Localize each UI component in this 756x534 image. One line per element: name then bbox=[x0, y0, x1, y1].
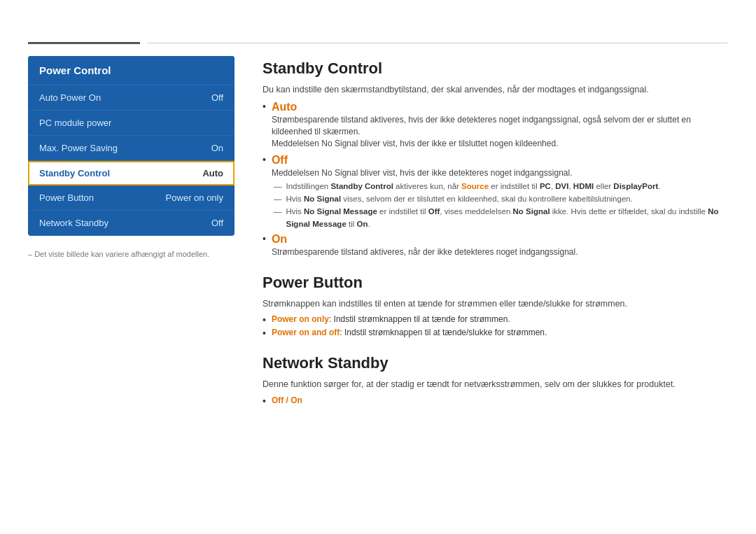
network-standby-title: Network Standby bbox=[262, 354, 728, 372]
right-content: Standby Control Du kan indstille den skæ… bbox=[262, 56, 728, 506]
bullet-off-content: Off Meddelelsen No Signal bliver vist, h… bbox=[272, 154, 728, 179]
bullet-text: Power on only: Indstil strømknappen til … bbox=[272, 314, 510, 324]
menu-item-pc-module[interactable]: PC module power bbox=[28, 111, 234, 136]
bullet-on: • On Strømbesparende tilstand aktiveres,… bbox=[262, 233, 728, 258]
power-on-and-off-label: Power on and off bbox=[272, 328, 340, 337]
menu-value: On bbox=[211, 143, 223, 153]
left-panel: Power Control Auto Power On Off PC modul… bbox=[28, 56, 234, 506]
bullet-off: • Off Meddelelsen No Signal bliver vist,… bbox=[262, 154, 728, 179]
divider-right bbox=[147, 43, 728, 43]
sub-line-2: Hvis No Signal vises, selvom der er tils… bbox=[274, 193, 728, 205]
bullet-off-desc: Meddelelsen No Signal bliver vist, hvis … bbox=[272, 167, 728, 179]
power-control-menu: Power Control Auto Power On Off PC modul… bbox=[28, 56, 234, 236]
bullet-power-on-and-off: • Power on and off: Indstil strømknappen… bbox=[262, 328, 728, 339]
menu-label: Power Button bbox=[39, 192, 94, 203]
menu-label: Standby Control bbox=[39, 168, 110, 178]
footnote: – Det viste billede kan variere afhængig… bbox=[28, 250, 234, 258]
menu-item-network-standby[interactable]: Network Standby Off bbox=[28, 211, 234, 236]
bullet-auto-desc: Strømbesparende tilstand aktiveres, hvis… bbox=[272, 114, 728, 138]
menu-item-standby-control[interactable]: Standby Control Auto bbox=[28, 161, 234, 185]
menu-label: PC module power bbox=[39, 118, 111, 128]
menu-value: Auto bbox=[202, 168, 223, 178]
menu-item-power-button[interactable]: Power Button Power on only bbox=[28, 185, 234, 211]
bullet-dot: • bbox=[262, 314, 266, 325]
network-standby-intro: Denne funktion sørger for, at der stadig… bbox=[262, 378, 728, 391]
network-standby-value: Off / On bbox=[272, 395, 302, 405]
power-button-title: Power Button bbox=[262, 274, 728, 292]
standby-control-title: Standby Control bbox=[262, 59, 728, 78]
menu-value: Off bbox=[211, 218, 223, 228]
bullet-on-content: On Strømbesparende tilstand aktiveres, n… bbox=[272, 233, 728, 258]
sub-line-text: Indstillingen Standby Control aktiveres … bbox=[286, 181, 661, 192]
bullet-text: Power on and off: Indstil strømknappen t… bbox=[272, 328, 547, 337]
sub-line-3: Hvis No Signal Message er indstillet til… bbox=[274, 206, 728, 230]
power-button-intro: Strømknappen kan indstilles til enten at… bbox=[262, 297, 728, 311]
bullet-auto-extra: Meddelelsen No Signal bliver vist, hvis … bbox=[272, 138, 728, 150]
main-container: Power Control Auto Power On Off PC modul… bbox=[28, 56, 728, 506]
sub-line-text: Hvis No Signal Message er indstillet til… bbox=[286, 206, 729, 230]
top-divider bbox=[28, 42, 728, 43]
bullet-power-on-only: • Power on only: Indstil strømknappen ti… bbox=[262, 314, 728, 325]
sub-line-1: Indstillingen Standby Control aktiveres … bbox=[274, 181, 728, 192]
bullet-dot: • bbox=[262, 233, 266, 244]
bullet-auto-label: Auto bbox=[272, 101, 728, 113]
menu-item-auto-power-on[interactable]: Auto Power On Off bbox=[28, 85, 234, 111]
menu-label: Auto Power On bbox=[39, 92, 101, 103]
bullet-auto: • Auto Strømbesparende tilstand aktivere… bbox=[262, 101, 728, 150]
sub-line-text: Hvis No Signal vises, selvom der er tils… bbox=[286, 193, 633, 205]
standby-control-intro: Du kan indstille den skærmstandbytilstan… bbox=[262, 83, 728, 97]
bullet-dot: • bbox=[262, 101, 266, 112]
bullet-dot: • bbox=[262, 154, 266, 165]
section-standby-control: Standby Control Du kan indstille den skæ… bbox=[262, 59, 728, 258]
menu-value: Off bbox=[211, 92, 223, 103]
bullet-auto-content: Auto Strømbesparende tilstand aktiveres,… bbox=[272, 101, 728, 150]
menu-item-max-power-saving[interactable]: Max. Power Saving On bbox=[28, 136, 234, 161]
bullet-off-label: Off bbox=[272, 154, 728, 167]
off-sublines: Indstillingen Standby Control aktiveres … bbox=[274, 181, 728, 230]
section-network-standby: Network Standby Denne funktion sørger fo… bbox=[262, 354, 728, 407]
bullet-off-on: • Off / On bbox=[262, 395, 728, 407]
menu-label: Max. Power Saving bbox=[39, 143, 118, 153]
menu-value: Power on only bbox=[166, 192, 223, 203]
bullet-on-desc: Strømbesparende tilstand aktiveres, når … bbox=[272, 246, 728, 258]
section-power-button: Power Button Strømknappen kan indstilles… bbox=[262, 274, 728, 339]
menu-label: Network Standby bbox=[39, 218, 108, 228]
bullet-dot: • bbox=[262, 328, 266, 339]
power-on-only-desc: Indstil strømknappen til at tænde for st… bbox=[334, 314, 510, 324]
power-on-and-off-desc: Indstil strømknappen til at tænde/slukke… bbox=[344, 328, 547, 337]
divider-left bbox=[28, 42, 140, 44]
bullet-dot: • bbox=[262, 395, 266, 407]
bullet-on-label: On bbox=[272, 233, 728, 246]
power-on-only-label: Power on only bbox=[272, 314, 329, 324]
menu-title: Power Control bbox=[28, 56, 234, 85]
